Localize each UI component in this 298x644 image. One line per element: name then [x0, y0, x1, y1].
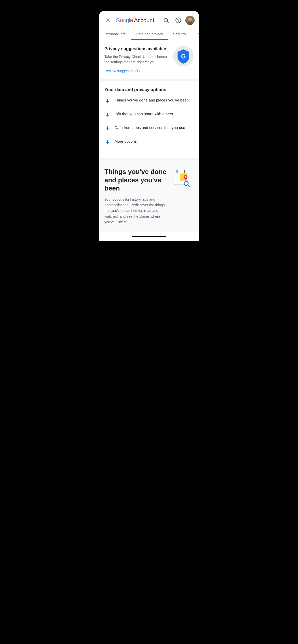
app-container: Google Account: [99, 11, 199, 241]
google-account-logo: Google Account: [116, 17, 158, 24]
svg-point-17: [185, 176, 186, 178]
header-icons: [161, 15, 195, 25]
google-wordmark: Google: [116, 17, 133, 24]
nav-tabs: Personal info Data and privacy Security …: [99, 28, 199, 40]
option-text-share-info: Info that you can share with others: [115, 111, 173, 116]
search-button[interactable]: [161, 15, 171, 25]
things-content: Things you've done and places you've bee…: [104, 168, 167, 225]
option-text-more-options: More options: [115, 139, 137, 144]
section-divider-2: [99, 158, 199, 160]
things-desc: Your options for history, ads and person…: [104, 197, 167, 225]
home-indicator: [132, 236, 166, 237]
svg-rect-11: [184, 170, 185, 173]
arrow-down-icon-2: [104, 112, 111, 118]
things-icon-container: [171, 168, 194, 189]
arrow-down-icon-3: [104, 125, 111, 131]
svg-point-2: [178, 21, 179, 22]
arrow-down-icon: [104, 98, 111, 104]
tab-personal-info[interactable]: Personal info: [99, 28, 131, 40]
avatar-image: [185, 16, 195, 25]
suggestion-title: Privacy suggestions available: [104, 46, 169, 52]
tab-data-and-privacy[interactable]: Data and privacy: [131, 28, 168, 40]
svg-rect-10: [177, 170, 178, 173]
header: Google Account: [99, 11, 199, 28]
section-divider: [99, 79, 199, 81]
close-button[interactable]: [103, 16, 113, 25]
suggestion-card: Privacy suggestions available Take the P…: [99, 40, 199, 79]
option-item-done-places[interactable]: Things you've done and places you've bee…: [104, 97, 194, 104]
option-item-apps-data[interactable]: Data from apps and services that you use: [104, 125, 194, 131]
svg-text:G: G: [181, 53, 186, 60]
option-text-done-places: Things you've done and places you've bee…: [115, 97, 189, 103]
options-section: Your data and privacy options Things you…: [99, 81, 199, 158]
avatar[interactable]: [185, 16, 195, 25]
tab-people[interactable]: Pe...: [191, 28, 199, 40]
suggestion-content: Privacy suggestions available Take the P…: [104, 46, 169, 73]
help-button[interactable]: [173, 15, 183, 25]
shield-icon: G: [177, 49, 190, 64]
calendar-map-search-icon: [172, 169, 192, 189]
things-section: Things you've done and places you've bee…: [99, 160, 199, 232]
shield-container: G: [173, 46, 194, 66]
bottom-bar: [99, 232, 199, 241]
option-text-apps-data: Data from apps and services that you use: [115, 125, 185, 130]
status-bar: [99, 0, 199, 11]
option-item-more-options[interactable]: More options: [104, 139, 194, 145]
tab-security[interactable]: Security: [168, 28, 191, 40]
option-item-share-info[interactable]: Info that you can share with others: [104, 111, 194, 118]
svg-point-4: [188, 18, 192, 21]
arrow-down-icon-4: [104, 139, 111, 145]
review-suggestion-link[interactable]: Review suggestion (1): [104, 69, 169, 73]
account-text: Account: [134, 17, 154, 24]
options-title: Your data and privacy options: [104, 87, 194, 92]
suggestion-desc: Take the Privacy Check-Up and choose the…: [104, 54, 169, 65]
things-title: Things you've done and places you've bee…: [104, 168, 167, 193]
